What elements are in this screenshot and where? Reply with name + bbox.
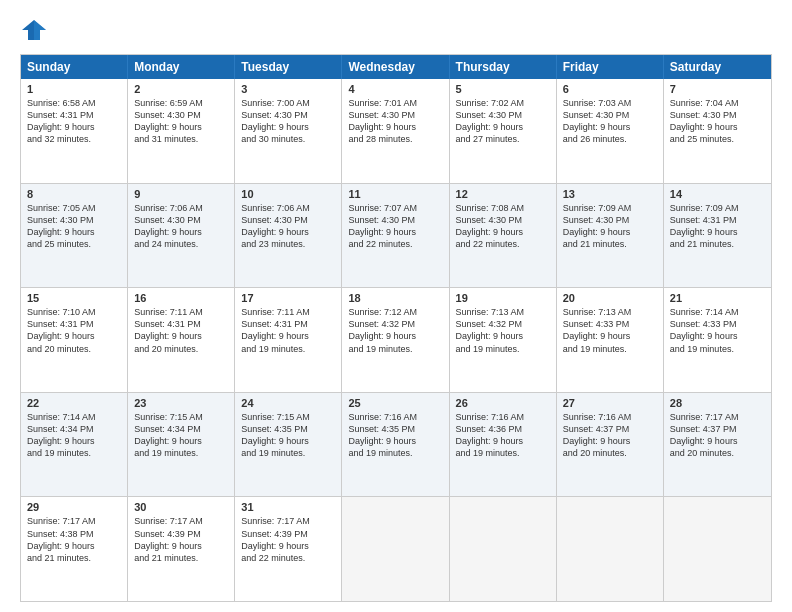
empty-cell	[450, 497, 557, 601]
day-number: 8	[27, 188, 121, 200]
day-cell-29: 29Sunrise: 7:17 AM Sunset: 4:38 PM Dayli…	[21, 497, 128, 601]
day-cell-14: 14Sunrise: 7:09 AM Sunset: 4:31 PM Dayli…	[664, 184, 771, 288]
day-info: Sunrise: 7:17 AM Sunset: 4:38 PM Dayligh…	[27, 515, 121, 564]
day-number: 18	[348, 292, 442, 304]
day-info: Sunrise: 7:11 AM Sunset: 4:31 PM Dayligh…	[134, 306, 228, 355]
day-info: Sunrise: 7:17 AM Sunset: 4:39 PM Dayligh…	[241, 515, 335, 564]
day-info: Sunrise: 7:17 AM Sunset: 4:37 PM Dayligh…	[670, 411, 765, 460]
empty-cell	[557, 497, 664, 601]
day-number: 20	[563, 292, 657, 304]
day-info: Sunrise: 7:04 AM Sunset: 4:30 PM Dayligh…	[670, 97, 765, 146]
day-info: Sunrise: 7:07 AM Sunset: 4:30 PM Dayligh…	[348, 202, 442, 251]
day-cell-4: 4Sunrise: 7:01 AM Sunset: 4:30 PM Daylig…	[342, 79, 449, 183]
day-info: Sunrise: 7:14 AM Sunset: 4:34 PM Dayligh…	[27, 411, 121, 460]
day-number: 10	[241, 188, 335, 200]
day-info: Sunrise: 7:13 AM Sunset: 4:33 PM Dayligh…	[563, 306, 657, 355]
day-cell-23: 23Sunrise: 7:15 AM Sunset: 4:34 PM Dayli…	[128, 393, 235, 497]
day-cell-9: 9Sunrise: 7:06 AM Sunset: 4:30 PM Daylig…	[128, 184, 235, 288]
logo	[20, 16, 52, 44]
day-number: 4	[348, 83, 442, 95]
day-info: Sunrise: 7:06 AM Sunset: 4:30 PM Dayligh…	[241, 202, 335, 251]
day-number: 12	[456, 188, 550, 200]
empty-cell	[342, 497, 449, 601]
day-info: Sunrise: 7:10 AM Sunset: 4:31 PM Dayligh…	[27, 306, 121, 355]
day-number: 26	[456, 397, 550, 409]
day-cell-28: 28Sunrise: 7:17 AM Sunset: 4:37 PM Dayli…	[664, 393, 771, 497]
day-cell-22: 22Sunrise: 7:14 AM Sunset: 4:34 PM Dayli…	[21, 393, 128, 497]
header-cell-tuesday: Tuesday	[235, 55, 342, 79]
day-number: 19	[456, 292, 550, 304]
day-info: Sunrise: 7:09 AM Sunset: 4:31 PM Dayligh…	[670, 202, 765, 251]
day-number: 7	[670, 83, 765, 95]
day-number: 17	[241, 292, 335, 304]
header-cell-friday: Friday	[557, 55, 664, 79]
day-cell-13: 13Sunrise: 7:09 AM Sunset: 4:30 PM Dayli…	[557, 184, 664, 288]
day-cell-11: 11Sunrise: 7:07 AM Sunset: 4:30 PM Dayli…	[342, 184, 449, 288]
calendar-row-1: 1Sunrise: 6:58 AM Sunset: 4:31 PM Daylig…	[21, 79, 771, 184]
header-cell-wednesday: Wednesday	[342, 55, 449, 79]
day-number: 24	[241, 397, 335, 409]
calendar-row-4: 22Sunrise: 7:14 AM Sunset: 4:34 PM Dayli…	[21, 393, 771, 498]
day-info: Sunrise: 7:15 AM Sunset: 4:34 PM Dayligh…	[134, 411, 228, 460]
day-number: 11	[348, 188, 442, 200]
header-cell-saturday: Saturday	[664, 55, 771, 79]
day-info: Sunrise: 7:06 AM Sunset: 4:30 PM Dayligh…	[134, 202, 228, 251]
svg-marker-1	[34, 20, 46, 40]
calendar-row-3: 15Sunrise: 7:10 AM Sunset: 4:31 PM Dayli…	[21, 288, 771, 393]
day-cell-8: 8Sunrise: 7:05 AM Sunset: 4:30 PM Daylig…	[21, 184, 128, 288]
day-info: Sunrise: 7:11 AM Sunset: 4:31 PM Dayligh…	[241, 306, 335, 355]
calendar-row-2: 8Sunrise: 7:05 AM Sunset: 4:30 PM Daylig…	[21, 184, 771, 289]
day-info: Sunrise: 7:09 AM Sunset: 4:30 PM Dayligh…	[563, 202, 657, 251]
day-number: 22	[27, 397, 121, 409]
day-cell-31: 31Sunrise: 7:17 AM Sunset: 4:39 PM Dayli…	[235, 497, 342, 601]
day-number: 27	[563, 397, 657, 409]
header-cell-monday: Monday	[128, 55, 235, 79]
day-number: 23	[134, 397, 228, 409]
day-cell-17: 17Sunrise: 7:11 AM Sunset: 4:31 PM Dayli…	[235, 288, 342, 392]
day-info: Sunrise: 7:08 AM Sunset: 4:30 PM Dayligh…	[456, 202, 550, 251]
day-number: 3	[241, 83, 335, 95]
day-cell-25: 25Sunrise: 7:16 AM Sunset: 4:35 PM Dayli…	[342, 393, 449, 497]
day-cell-21: 21Sunrise: 7:14 AM Sunset: 4:33 PM Dayli…	[664, 288, 771, 392]
day-number: 31	[241, 501, 335, 513]
day-number: 29	[27, 501, 121, 513]
day-number: 6	[563, 83, 657, 95]
day-cell-24: 24Sunrise: 7:15 AM Sunset: 4:35 PM Dayli…	[235, 393, 342, 497]
calendar: SundayMondayTuesdayWednesdayThursdayFrid…	[20, 54, 772, 602]
day-info: Sunrise: 7:05 AM Sunset: 4:30 PM Dayligh…	[27, 202, 121, 251]
day-number: 13	[563, 188, 657, 200]
day-cell-18: 18Sunrise: 7:12 AM Sunset: 4:32 PM Dayli…	[342, 288, 449, 392]
day-cell-26: 26Sunrise: 7:16 AM Sunset: 4:36 PM Dayli…	[450, 393, 557, 497]
day-number: 9	[134, 188, 228, 200]
calendar-row-5: 29Sunrise: 7:17 AM Sunset: 4:38 PM Dayli…	[21, 497, 771, 601]
day-number: 1	[27, 83, 121, 95]
day-number: 25	[348, 397, 442, 409]
header-cell-sunday: Sunday	[21, 55, 128, 79]
calendar-body: 1Sunrise: 6:58 AM Sunset: 4:31 PM Daylig…	[21, 79, 771, 601]
logo-icon	[20, 16, 48, 44]
day-info: Sunrise: 6:58 AM Sunset: 4:31 PM Dayligh…	[27, 97, 121, 146]
day-number: 28	[670, 397, 765, 409]
day-info: Sunrise: 7:17 AM Sunset: 4:39 PM Dayligh…	[134, 515, 228, 564]
day-number: 15	[27, 292, 121, 304]
day-number: 16	[134, 292, 228, 304]
day-info: Sunrise: 7:15 AM Sunset: 4:35 PM Dayligh…	[241, 411, 335, 460]
day-cell-1: 1Sunrise: 6:58 AM Sunset: 4:31 PM Daylig…	[21, 79, 128, 183]
day-cell-2: 2Sunrise: 6:59 AM Sunset: 4:30 PM Daylig…	[128, 79, 235, 183]
day-info: Sunrise: 7:03 AM Sunset: 4:30 PM Dayligh…	[563, 97, 657, 146]
day-info: Sunrise: 7:14 AM Sunset: 4:33 PM Dayligh…	[670, 306, 765, 355]
header	[20, 16, 772, 44]
calendar-page: SundayMondayTuesdayWednesdayThursdayFrid…	[0, 0, 792, 612]
day-number: 14	[670, 188, 765, 200]
day-cell-27: 27Sunrise: 7:16 AM Sunset: 4:37 PM Dayli…	[557, 393, 664, 497]
header-cell-thursday: Thursday	[450, 55, 557, 79]
day-cell-30: 30Sunrise: 7:17 AM Sunset: 4:39 PM Dayli…	[128, 497, 235, 601]
calendar-header: SundayMondayTuesdayWednesdayThursdayFrid…	[21, 55, 771, 79]
day-cell-7: 7Sunrise: 7:04 AM Sunset: 4:30 PM Daylig…	[664, 79, 771, 183]
day-cell-19: 19Sunrise: 7:13 AM Sunset: 4:32 PM Dayli…	[450, 288, 557, 392]
day-info: Sunrise: 7:02 AM Sunset: 4:30 PM Dayligh…	[456, 97, 550, 146]
day-info: Sunrise: 7:12 AM Sunset: 4:32 PM Dayligh…	[348, 306, 442, 355]
day-cell-3: 3Sunrise: 7:00 AM Sunset: 4:30 PM Daylig…	[235, 79, 342, 183]
day-info: Sunrise: 7:13 AM Sunset: 4:32 PM Dayligh…	[456, 306, 550, 355]
day-number: 2	[134, 83, 228, 95]
